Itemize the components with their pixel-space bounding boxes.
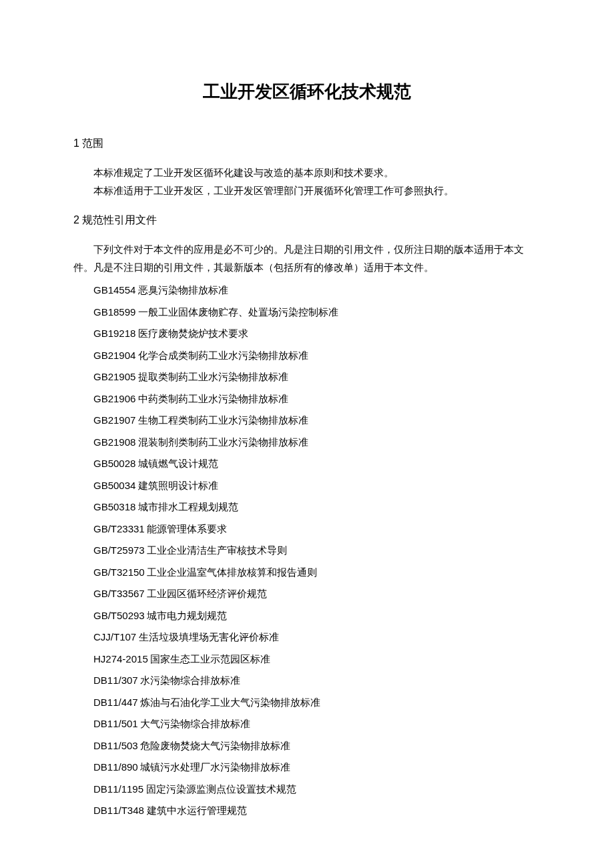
reference-title: 生活垃圾填埋场无害化评价标准 xyxy=(136,632,279,642)
references-intro: 下列文件对于本文件的应用是必不可少的。凡是注日期的引用文件，仅所注日期的版本适用… xyxy=(73,241,541,277)
reference-item: GB21908 混装制剂类制药工业水污染物排放标准 xyxy=(73,432,541,454)
reference-title: 工业企业清洁生产审核技术导则 xyxy=(145,545,288,556)
reference-item: GB50034 建筑照明设计标准 xyxy=(73,475,541,497)
reference-title: 恶臭污染物排放标准 xyxy=(135,285,228,296)
reference-code: GB/T50293 xyxy=(93,610,145,621)
reference-title: 生物工程类制药工业水污染物排放标准 xyxy=(135,415,308,426)
reference-code: GB21907 xyxy=(93,414,135,426)
reference-code: GB/T23331 xyxy=(93,523,145,534)
reference-title: 水污染物综合排放标准 xyxy=(138,675,241,686)
reference-code: DB11/890 xyxy=(93,761,138,773)
reference-title: 医疗废物焚烧炉技术要求 xyxy=(135,328,248,339)
reference-code: GB50034 xyxy=(93,480,135,491)
section-heading-references: 2 规范性引用文件 xyxy=(73,213,541,228)
reference-code: GB21906 xyxy=(93,393,135,404)
reference-title: 危险废物焚烧大气污染物排放标准 xyxy=(138,741,291,751)
reference-item: GB14554 恶臭污染物排放标准 xyxy=(73,280,541,302)
reference-item: GB/T50293 城市电力规划规范 xyxy=(73,605,541,627)
reference-title: 能源管理体系要求 xyxy=(145,524,228,534)
reference-title: 国家生态工业示范园区标准 xyxy=(148,654,271,665)
reference-item: DB11/503 危险废物焚烧大气污染物排放标准 xyxy=(73,735,541,757)
reference-item: GB18599 一般工业固体废物贮存、处置场污染控制标准 xyxy=(73,302,541,324)
reference-title: 一般工业固体废物贮存、处置场污染控制标准 xyxy=(135,307,338,318)
reference-item: DB11/890 城镇污水处理厂水污染物排放标准 xyxy=(73,757,541,779)
reference-item: GB21907 生物工程类制药工业水污染物排放标准 xyxy=(73,410,541,432)
document-page: 工业开发区循环化技术规范 1 范围 本标准规定了工业开发区循环化建设与改造的基本… xyxy=(0,0,614,868)
reference-item: GB21905 提取类制药工业水污染物排放标准 xyxy=(73,366,541,388)
reference-item: GB/T23331 能源管理体系要求 xyxy=(73,518,541,540)
reference-item: GB21904 化学合成类制药工业水污染物排放标准 xyxy=(73,345,541,367)
reference-item: GB/T32150 工业企业温室气体排放核算和报告通则 xyxy=(73,562,541,584)
reference-code: GB/T25973 xyxy=(93,544,145,556)
reference-item: DB11/447 炼油与石油化学工业大气污染物排放标准 xyxy=(73,692,541,714)
reference-title: 建筑中水运行管理规范 xyxy=(144,805,247,816)
reference-code: DB11/503 xyxy=(93,740,138,751)
reference-item: HJ274-2015 国家生态工业示范园区标准 xyxy=(73,648,541,671)
reference-title: 大气污染物综合排放标准 xyxy=(138,719,251,729)
reference-item: DB11/501 大气污染物综合排放标准 xyxy=(73,713,541,735)
reference-item: CJJ/T107 生活垃圾填埋场无害化评价标准 xyxy=(73,626,541,648)
references-list: GB14554 恶臭污染物排放标准GB18599 一般工业固体废物贮存、处置场污… xyxy=(73,280,541,822)
reference-code: GB50318 xyxy=(93,501,135,512)
reference-title: 建筑照明设计标准 xyxy=(135,480,218,491)
scope-paragraph: 本标准规定了工业开发区循环化建设与改造的基本原则和技术要求。 xyxy=(73,164,541,182)
reference-code: DB11/1195 xyxy=(93,783,143,795)
reference-item: DB11/T348 建筑中水运行管理规范 xyxy=(73,800,541,822)
reference-title: 城市电力规划规范 xyxy=(145,610,228,621)
reference-item: GB/T25973 工业企业清洁生产审核技术导则 xyxy=(73,540,541,562)
reference-title: 提取类制药工业水污染物排放标准 xyxy=(135,372,288,382)
reference-code: GB14554 xyxy=(93,284,135,296)
reference-item: GB50318 城市排水工程规划规范 xyxy=(73,496,541,518)
reference-code: GB21908 xyxy=(93,436,135,448)
reference-code: DB11/447 xyxy=(93,697,138,708)
reference-code: GB21905 xyxy=(93,371,135,382)
reference-title: 城镇污水处理厂水污染物排放标准 xyxy=(138,762,291,773)
reference-title: 固定污染源监测点位设置技术规范 xyxy=(143,784,296,795)
reference-item: DB11/1195 固定污染源监测点位设置技术规范 xyxy=(73,779,541,801)
reference-code: GB/T33567 xyxy=(93,588,145,599)
section-heading-scope: 1 范围 xyxy=(73,137,541,151)
reference-code: GB21904 xyxy=(93,350,135,361)
reference-title: 化学合成类制药工业水污染物排放标准 xyxy=(135,350,308,361)
reference-title: 城镇燃气设计规范 xyxy=(135,458,218,469)
document-title: 工业开发区循环化技术规范 xyxy=(73,80,541,103)
reference-item: GB/T33567 工业园区循环经济评价规范 xyxy=(73,583,541,605)
reference-item: DB11/307 水污染物综合排放标准 xyxy=(73,670,541,692)
reference-item: GB50028 城镇燃气设计规范 xyxy=(73,453,541,475)
reference-code: GB/T32150 xyxy=(93,566,145,578)
reference-code: HJ274-2015 xyxy=(93,653,148,665)
reference-code: DB11/T348 xyxy=(93,805,144,816)
reference-title: 城市排水工程规划规范 xyxy=(135,502,238,512)
reference-item: GB21906 中药类制药工业水污染物排放标准 xyxy=(73,388,541,410)
reference-code: GB50028 xyxy=(93,458,135,469)
reference-code: GB19218 xyxy=(93,328,135,339)
reference-code: CJJ/T107 xyxy=(93,631,136,642)
reference-title: 工业企业温室气体排放核算和报告通则 xyxy=(145,567,318,578)
reference-code: DB11/501 xyxy=(93,718,138,729)
reference-code: DB11/307 xyxy=(93,675,138,686)
scope-paragraph: 本标准适用于工业开发区，工业开发区管理部门开展循环化管理工作可参照执行。 xyxy=(73,182,541,200)
reference-item: GB19218 医疗废物焚烧炉技术要求 xyxy=(73,323,541,345)
reference-title: 炼油与石油化学工业大气污染物排放标准 xyxy=(138,697,321,708)
reference-title: 中药类制药工业水污染物排放标准 xyxy=(135,394,288,404)
reference-title: 工业园区循环经济评价规范 xyxy=(145,588,268,599)
reference-code: GB18599 xyxy=(93,306,135,318)
reference-title: 混装制剂类制药工业水污染物排放标准 xyxy=(135,437,308,448)
